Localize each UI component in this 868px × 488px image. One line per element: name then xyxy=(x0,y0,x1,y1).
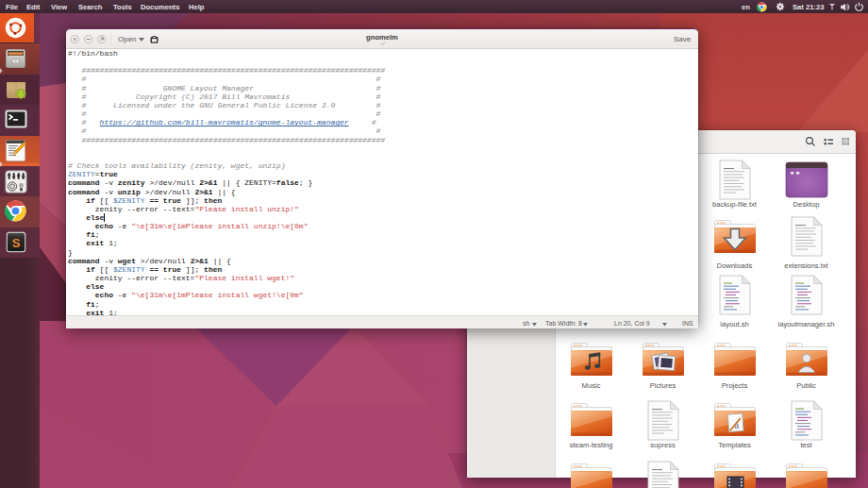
svg-text:S: S xyxy=(11,235,20,249)
